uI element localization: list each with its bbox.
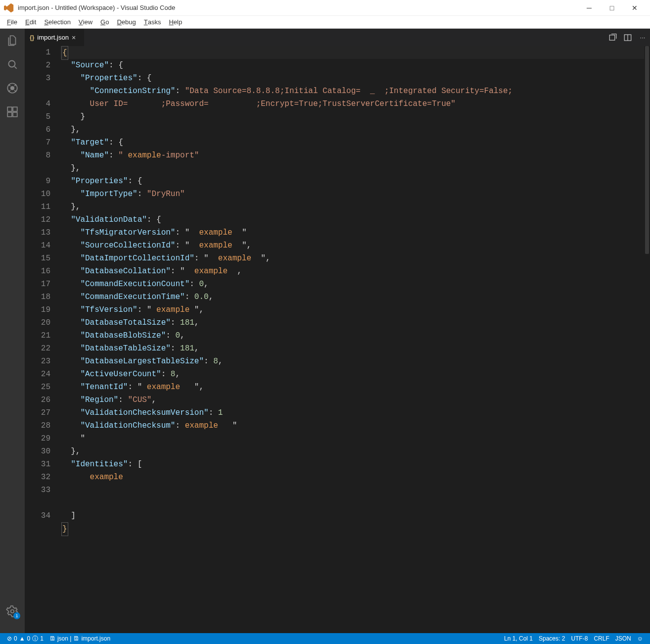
- line-number-gutter: 1234567891011121314151617181920212223242…: [25, 46, 60, 633]
- workbench: {} import.json × ··· 1234567891011121314…: [0, 29, 650, 633]
- open-changes-icon[interactable]: [605, 29, 620, 46]
- status-encoding[interactable]: UTF-8: [568, 633, 591, 644]
- svg-point-0: [8, 60, 15, 67]
- menu-selection[interactable]: Selection: [40, 16, 74, 29]
- warning-icon: ▲: [19, 635, 25, 642]
- search-icon[interactable]: [5, 57, 19, 71]
- menu-bar: File Edit Selection View Go Debug Tasks …: [0, 16, 650, 29]
- more-actions-icon[interactable]: ···: [635, 29, 650, 46]
- tab-label: import.json: [37, 34, 69, 41]
- svg-rect-4: [13, 107, 17, 111]
- json-file-icon: {}: [30, 34, 34, 41]
- debug-icon[interactable]: [5, 81, 19, 95]
- menu-debug[interactable]: Debug: [113, 16, 139, 29]
- tab-close-icon[interactable]: ×: [72, 34, 76, 42]
- tab-import-json[interactable]: {} import.json ×: [25, 29, 84, 46]
- vscode-icon: [4, 3, 14, 13]
- status-eol[interactable]: CRLF: [591, 633, 612, 644]
- svg-rect-3: [7, 107, 12, 111]
- status-path[interactable]: 🖺 json | 🖺 import.json: [46, 633, 113, 644]
- status-language[interactable]: JSON: [612, 633, 634, 644]
- extensions-icon[interactable]: [5, 105, 19, 119]
- status-feedback-icon[interactable]: ☺: [634, 633, 646, 644]
- title-bar: import.json - Untitled (Workspace) - Vis…: [0, 0, 650, 16]
- activity-bar: [0, 29, 25, 633]
- svg-rect-6: [13, 112, 17, 117]
- code-editor[interactable]: 1234567891011121314151617181920212223242…: [25, 46, 650, 633]
- menu-help[interactable]: Help: [165, 16, 186, 29]
- svg-rect-5: [7, 112, 12, 117]
- error-icon: ⊘: [7, 635, 12, 642]
- menu-edit[interactable]: Edit: [21, 16, 40, 29]
- menu-go[interactable]: Go: [96, 16, 113, 29]
- window-title: import.json - Untitled (Workspace) - Vis…: [18, 4, 578, 11]
- editor-tabs: {} import.json × ···: [25, 29, 650, 46]
- minimize-button[interactable]: ─: [578, 0, 601, 16]
- files-icon[interactable]: [5, 34, 19, 48]
- code-lines[interactable]: { "Source": { "Properties": { "Connectio…: [60, 46, 650, 633]
- editor-group: {} import.json × ··· 1234567891011121314…: [25, 29, 650, 633]
- close-button[interactable]: ✕: [623, 0, 646, 16]
- menu-view[interactable]: View: [75, 16, 96, 29]
- menu-file[interactable]: File: [3, 16, 21, 29]
- status-problems[interactable]: ⊘0 ▲0 ⓘ1: [4, 633, 46, 644]
- svg-point-7: [11, 610, 14, 613]
- info-icon: ⓘ: [32, 635, 38, 643]
- split-editor-icon[interactable]: [620, 29, 635, 46]
- menu-tasks[interactable]: Tasks: [140, 16, 165, 29]
- status-bar: ⊘0 ▲0 ⓘ1 🖺 json | 🖺 import.json Ln 1, Co…: [0, 633, 650, 644]
- svg-rect-8: [609, 35, 615, 40]
- file-icon: 🖺: [49, 635, 55, 642]
- maximize-button[interactable]: □: [601, 0, 623, 16]
- status-indent[interactable]: Spaces: 2: [536, 633, 568, 644]
- vertical-scrollbar[interactable]: [644, 46, 650, 633]
- file-icon: 🖺: [73, 635, 79, 642]
- status-cursor[interactable]: Ln 1, Col 1: [501, 633, 536, 644]
- settings-gear-icon[interactable]: [5, 604, 19, 618]
